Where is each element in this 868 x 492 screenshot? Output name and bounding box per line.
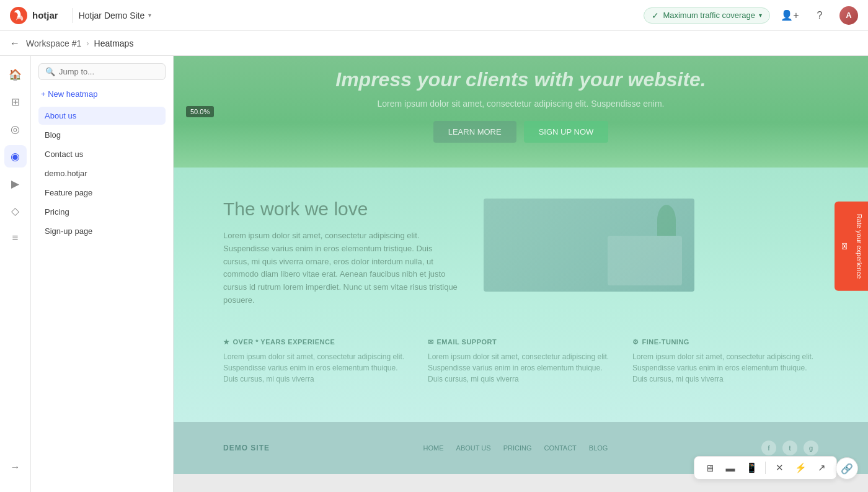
main-layout: 🏠 ⊞ ◎ ◉ ▶ ◇ ≡ → 🔍 + New heatmap About us…	[0, 56, 868, 492]
traffic-coverage-badge[interactable]: ✓ Maximum traffic coverage ▾	[644, 7, 770, 24]
footer-nav-about[interactable]: ABOUT US	[456, 444, 491, 452]
page-item-feature-page[interactable]: Feature page	[38, 184, 166, 202]
sign-up-button[interactable]: SIGN UP NOW	[524, 121, 609, 143]
icon-sidebar: 🏠 ⊞ ◎ ◉ ▶ ◇ ≡ →	[0, 56, 31, 492]
mobile-view-button[interactable]: 📱	[742, 459, 761, 476]
toolbar-separator	[765, 462, 766, 474]
experience-icon: ★	[223, 338, 230, 346]
check-icon: ✓	[652, 11, 659, 20]
help-icon: ?	[817, 10, 823, 21]
feedback-email-icon: ✉	[839, 241, 849, 251]
footer-nav: HOME ABOUT US PRICING CONTACT BLOG	[423, 444, 608, 452]
feature-body-finetuning: Lorem ipsum dolor sit amet, consectetur …	[632, 351, 818, 385]
divider	[72, 8, 73, 23]
back-button[interactable]: ←	[10, 38, 20, 49]
add-user-button[interactable]: 👤+	[780, 6, 800, 25]
annotation-icon: ⚡	[795, 462, 807, 473]
new-heatmap-label: + New heatmap	[41, 89, 97, 99]
feedback-tab[interactable]: Rate your experience ✉	[835, 201, 868, 291]
new-heatmap-button[interactable]: + New heatmap	[38, 86, 166, 102]
feature-body-email: Lorem ipsum dolor sit amet, consectetur …	[428, 351, 614, 385]
footer-nav-blog[interactable]: BLOG	[589, 444, 608, 452]
work-text: The work we love Lorem ipsum dolor sit a…	[223, 199, 459, 307]
feature-item-experience: ★ OVER * YEARS EXPERIENCE Lorem ipsum do…	[223, 338, 409, 385]
feedback-tab-label: Rate your experience	[856, 213, 863, 279]
navbar-right: ✓ Maximum traffic coverage ▾ 👤+ ? A	[644, 6, 858, 25]
page-list: About us Blog Contact us demo.hotjar Fea…	[38, 107, 166, 240]
hero-subtitle: Lorem ipsum dolor sit amet, consectetur …	[174, 99, 868, 109]
hero-title: Impress your clients with your website.	[174, 68, 868, 91]
tablet-view-button[interactable]: ▬	[720, 459, 740, 476]
page-item-blog[interactable]: Blog	[38, 126, 166, 144]
work-image	[484, 199, 694, 292]
feature-title-experience: ★ OVER * YEARS EXPERIENCE	[223, 338, 409, 346]
work-body: Lorem ipsum dolor sit amet, consectetur …	[223, 230, 459, 307]
sidebar-item-recordings[interactable]: ◎	[4, 118, 27, 140]
sidebar-item-heatmaps[interactable]: ◉	[4, 145, 27, 168]
hotjar-logo-icon	[10, 7, 27, 24]
collapse-sidebar-button[interactable]: →	[4, 456, 27, 478]
sidebar-item-dashboard[interactable]: ⊞	[4, 91, 27, 113]
sidebar-item-home[interactable]: 🏠	[4, 63, 27, 86]
google-icon[interactable]: g	[804, 441, 818, 455]
feature-item-finetuning: ⚙ FINE-TUNING Lorem ipsum dolor sit amet…	[632, 338, 818, 385]
navbar: hotjar Hotjar Demo Site ▾ ✓ Maximum traf…	[0, 0, 868, 31]
learn-more-button[interactable]: LEARN MORE	[433, 121, 516, 143]
footer-nav-contact[interactable]: CONTACT	[544, 444, 576, 452]
avatar[interactable]: A	[839, 6, 858, 25]
annotation-button[interactable]: ⚡	[790, 459, 810, 476]
page-item-contact-us[interactable]: Contact us	[38, 145, 166, 163]
percentage-badge: 50.0%	[186, 106, 214, 117]
laptop-decoration	[608, 236, 682, 285]
page-item-signup-page[interactable]: Sign-up page	[38, 222, 166, 240]
breadcrumb-workspace[interactable]: Workspace #1	[26, 38, 81, 48]
tablet-icon: ▬	[726, 463, 735, 473]
breadcrumb-current: Heatmaps	[94, 38, 134, 48]
page-item-pricing[interactable]: Pricing	[38, 203, 166, 221]
fullscreen-button[interactable]: ↗	[812, 459, 831, 476]
traffic-coverage-label: Maximum traffic coverage	[663, 11, 755, 20]
logo[interactable]: hotjar	[10, 7, 58, 24]
facebook-icon[interactable]: f	[761, 441, 776, 455]
footer-nav-home[interactable]: HOME	[423, 444, 444, 452]
footer-nav-pricing[interactable]: PRICING	[503, 444, 532, 452]
search-icon: 🔍	[45, 67, 55, 76]
help-button[interactable]: ?	[810, 6, 830, 25]
traffic-chevron-icon: ▾	[759, 12, 762, 19]
breadcrumb-separator-icon: ›	[86, 38, 89, 48]
breadcrumb-bar: ← Workspace #1 › Heatmaps	[0, 31, 868, 56]
sidebar-item-surveys[interactable]: ≡	[4, 227, 27, 249]
page-item-about-us[interactable]: About us	[38, 107, 166, 125]
copy-link-button[interactable]: 🔗	[836, 457, 858, 480]
site-selector[interactable]: Hotjar Demo Site ▾	[79, 11, 152, 20]
breadcrumb: Workspace #1 › Heatmaps	[26, 38, 133, 48]
search-input[interactable]	[59, 67, 159, 76]
feature-title-email: ✉ EMAIL SUPPORT	[428, 338, 614, 346]
footer-logo: DEMO SITE	[223, 444, 270, 452]
link-icon: 🔗	[841, 463, 853, 475]
sidebar-item-sessions[interactable]: ▶	[4, 172, 27, 195]
twitter-icon[interactable]: t	[782, 441, 797, 455]
footer-social: f t g	[761, 441, 818, 455]
cursor-tool-button[interactable]: ✕	[769, 459, 789, 476]
cursor-icon: ✕	[776, 462, 784, 473]
desktop-icon: 🖥	[705, 463, 714, 473]
heatmap-preview: 50.0% Impress your clients with your web…	[174, 56, 868, 474]
page-item-demo-hotjar[interactable]: demo.hotjar	[38, 164, 166, 182]
preview-hero-section: 50.0% Impress your clients with your web…	[174, 56, 868, 168]
sidebar-item-feedback[interactable]: ◇	[4, 200, 27, 222]
device-toolbar: 🖥 ▬ 📱 ✕ ⚡ ↗	[694, 456, 837, 480]
feature-title-finetuning: ⚙ FINE-TUNING	[632, 338, 818, 346]
email-support-icon: ✉	[428, 338, 434, 346]
site-chevron-icon: ▾	[148, 12, 151, 19]
desktop-view-button[interactable]: 🖥	[699, 459, 719, 476]
add-user-icon: 👤+	[781, 9, 799, 21]
content-area: 50.0% Impress your clients with your web…	[174, 56, 868, 492]
feature-body-experience: Lorem ipsum dolor sit amet, consectetur …	[223, 351, 409, 385]
work-title: The work we love	[223, 199, 459, 220]
site-name: Hotjar Demo Site	[79, 11, 145, 20]
page-sidebar: 🔍 + New heatmap About us Blog Contact us…	[31, 56, 174, 492]
logo-text: hotjar	[32, 10, 58, 20]
search-box[interactable]: 🔍	[38, 63, 166, 80]
work-section: The work we love Lorem ipsum dolor sit a…	[223, 199, 818, 307]
